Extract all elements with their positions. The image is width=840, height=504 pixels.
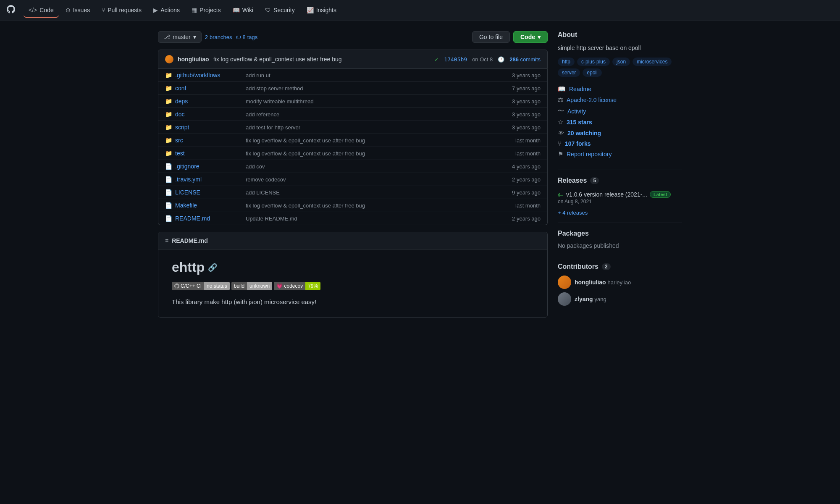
branches-label: branches bbox=[210, 34, 232, 40]
file-link[interactable]: README.md bbox=[175, 215, 242, 222]
contributor-handle-2: yang bbox=[594, 296, 606, 302]
branch-bar: ⎇ master ▾ 2 branches 🏷 8 tags Go to fil… bbox=[158, 31, 548, 43]
contributor-avatar-1 bbox=[558, 276, 571, 289]
file-link[interactable]: deps bbox=[175, 98, 242, 105]
file-time: 3 years ago bbox=[512, 111, 541, 118]
file-link[interactable]: conf bbox=[175, 85, 242, 92]
file-link[interactable]: test bbox=[175, 150, 242, 157]
contributor-handle-1: harleyliao bbox=[608, 279, 631, 286]
topic-server[interactable]: server bbox=[558, 68, 580, 77]
file-row: 📄 .gitignore add cov 4 years ago bbox=[158, 160, 547, 173]
nav-security-label: Security bbox=[273, 7, 295, 13]
actions-icon: ▶ bbox=[153, 7, 158, 13]
folder-icon: 📁 bbox=[165, 137, 172, 144]
contributors-section: Contributors 2 hongliuliao harleyliao zl… bbox=[558, 263, 682, 306]
readme-project-name: ehttp 🔗 bbox=[172, 260, 534, 275]
file-commit-msg: fix log overflow & epoll_context use aft… bbox=[246, 137, 512, 144]
contributor-info-1: hongliuliao harleyliao bbox=[575, 279, 631, 286]
nav-projects[interactable]: ▦ Projects bbox=[186, 3, 226, 18]
nav-code[interactable]: </> Code bbox=[24, 3, 59, 18]
branch-icon: ⎇ bbox=[163, 34, 170, 40]
nav-wiki[interactable]: 📖 Wiki bbox=[228, 3, 258, 18]
balance-icon: ⚖ bbox=[558, 96, 563, 104]
nav-pull-requests[interactable]: ⑂ Pull requests bbox=[97, 3, 147, 18]
sidebar-divider-1 bbox=[558, 170, 682, 170]
commit-author[interactable]: hongliuliao bbox=[178, 56, 209, 63]
nav-actions[interactable]: ▶ Actions bbox=[148, 3, 185, 18]
watching-link[interactable]: 20 watching bbox=[567, 130, 601, 136]
flag-icon: ⚑ bbox=[558, 150, 563, 158]
file-row: 📁 doc add reference 3 years ago bbox=[158, 108, 547, 121]
nav-code-label: Code bbox=[39, 7, 53, 13]
topic-http[interactable]: http bbox=[558, 58, 575, 66]
file-time: 3 years ago bbox=[512, 124, 541, 131]
security-icon: 🛡 bbox=[265, 7, 271, 13]
nav-insights[interactable]: 📈 Insights bbox=[302, 3, 341, 18]
wiki-icon: 📖 bbox=[233, 7, 240, 13]
commit-right: ✓ 17405b9 on Oct 8 🕐 286 commits bbox=[434, 56, 541, 63]
file-time: 2 years ago bbox=[512, 215, 541, 222]
forks-link[interactable]: 107 forks bbox=[565, 140, 591, 147]
contributor-item-2: zlyang yang bbox=[558, 292, 682, 306]
branch-name: master bbox=[173, 34, 191, 40]
file-row: 📄 .travis.yml remove codecov 2 years ago bbox=[158, 173, 547, 186]
about-title: About bbox=[558, 31, 682, 39]
star-icon: ☆ bbox=[558, 118, 563, 126]
build-badge: build unknown bbox=[231, 282, 272, 290]
commits-label: commits bbox=[520, 56, 541, 63]
clock-icon: 🕐 bbox=[498, 56, 504, 63]
file-commit-msg: add test for http server bbox=[246, 124, 509, 131]
file-link[interactable]: .gitignore bbox=[175, 163, 242, 170]
code-label: Code bbox=[520, 34, 535, 40]
releases-title: Releases bbox=[558, 177, 587, 184]
file-link[interactable]: .travis.yml bbox=[175, 176, 242, 183]
topic-json[interactable]: json bbox=[612, 58, 630, 66]
activity-link[interactable]: Activity bbox=[567, 108, 586, 115]
release-name[interactable]: v1.0.6 version release (2021-... bbox=[566, 191, 647, 198]
contributor-item-1: hongliuliao harleyliao bbox=[558, 276, 682, 289]
readme-link[interactable]: Readme bbox=[569, 86, 591, 92]
more-releases-link[interactable]: + 4 releases bbox=[558, 210, 682, 216]
issues-icon: ⊙ bbox=[66, 7, 71, 13]
license-link[interactable]: Apache-2.0 license bbox=[567, 97, 617, 103]
github-logo bbox=[7, 5, 15, 16]
nav-issues[interactable]: ⊙ Issues bbox=[60, 3, 95, 18]
activity-link-item: 〜 Activity bbox=[558, 105, 682, 117]
stars-link[interactable]: 315 stars bbox=[567, 119, 592, 126]
codecov-badge: 💗 codecov 79% bbox=[274, 282, 320, 290]
readme-description: This library make http (with json) micro… bbox=[172, 297, 534, 307]
commits-count-link[interactable]: 286 commits bbox=[509, 56, 541, 63]
tags-link[interactable]: 🏷 8 tags bbox=[236, 34, 258, 40]
file-link[interactable]: LICENSE bbox=[175, 189, 242, 196]
file-row: 📁 deps modify writeable multithread 3 ye… bbox=[158, 95, 547, 108]
branch-selector[interactable]: ⎇ master ▾ bbox=[158, 31, 202, 43]
file-time: last month bbox=[515, 202, 541, 209]
ci-badge: C/C++ CI no status bbox=[172, 282, 230, 290]
contributor-avatar-2 bbox=[558, 292, 571, 306]
topic-epoll[interactable]: epoll bbox=[583, 68, 601, 77]
report-link-item: ⚑ Report repository bbox=[558, 149, 682, 160]
code-button[interactable]: Code ▾ bbox=[513, 31, 548, 43]
topic-cplusplus[interactable]: c-plus-plus bbox=[577, 58, 610, 66]
report-link[interactable]: Report repository bbox=[567, 151, 612, 158]
file-link[interactable]: src bbox=[175, 137, 242, 144]
contributor-name-2[interactable]: zlyang bbox=[575, 296, 593, 302]
file-link[interactable]: .github/workflows bbox=[175, 72, 242, 79]
release-date: on Aug 8, 2021 bbox=[558, 199, 682, 205]
file-link[interactable]: script bbox=[175, 124, 242, 131]
file-link[interactable]: Makefile bbox=[175, 202, 242, 209]
forks-label: forks bbox=[576, 140, 591, 147]
tags-label: tags bbox=[247, 34, 258, 40]
file-row: 📄 LICENSE add LICENSE 9 years ago bbox=[158, 186, 547, 199]
nav-security[interactable]: 🛡 Security bbox=[260, 3, 300, 18]
folder-icon: 📁 bbox=[165, 150, 172, 157]
commit-hash[interactable]: 17405b9 bbox=[444, 56, 467, 63]
topic-microservices[interactable]: microservices bbox=[633, 58, 672, 66]
file-link[interactable]: doc bbox=[175, 111, 242, 118]
contributor-name-1[interactable]: hongliuliao bbox=[575, 279, 606, 286]
goto-file-button[interactable]: Go to file bbox=[472, 31, 510, 43]
branches-link[interactable]: 2 branches bbox=[205, 34, 232, 40]
insights-icon: 📈 bbox=[307, 7, 314, 13]
badge-build-right: unknown bbox=[247, 282, 272, 290]
anchor-link-icon[interactable]: 🔗 bbox=[208, 263, 217, 272]
